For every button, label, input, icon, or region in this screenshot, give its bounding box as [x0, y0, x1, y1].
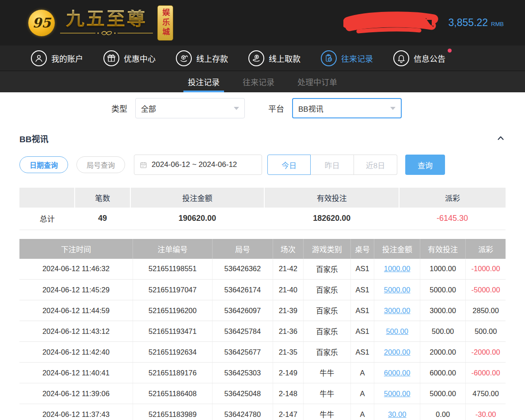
summary-header-row: 笔数 投注金额 有效投注 派彩	[19, 188, 506, 208]
nav-item-my-account[interactable]: 我的账户	[31, 50, 83, 66]
yesterday-button[interactable]: 昨日	[311, 155, 354, 175]
records-icon	[321, 50, 337, 66]
platform-select[interactable]: BB视讯	[292, 98, 402, 118]
round-id: 536426097	[213, 300, 273, 321]
bet-time: 2024-06-12 11:46:32	[19, 259, 133, 280]
col-game-type: 游戏类别	[303, 239, 350, 259]
nav-item-withdraw[interactable]: 线上取款	[248, 50, 301, 66]
summary-header-bet: 投注金额	[130, 188, 265, 208]
bet-amount-link[interactable]: 1000.00	[384, 265, 411, 272]
bet-time: 2024-06-12 11:42:40	[19, 342, 133, 363]
round-id: 536425677	[213, 342, 273, 363]
bet-time: 2024-06-12 11:40:41	[19, 363, 133, 383]
summary-total-row: 总计 49 190620.00 182620.00 -6145.30	[19, 208, 506, 230]
table-row: 2024-06-12 11:37:43 521651183989 5364247…	[19, 404, 506, 420]
bet-amount-cell: 2000.00	[374, 342, 420, 363]
last-8-days-button[interactable]: 近8日	[354, 155, 397, 175]
valid-bet: 3000.00	[420, 300, 465, 321]
date-range-input[interactable]: 2024-06-12 ~ 2024-06-12	[134, 155, 262, 175]
game-type: 牛牛	[303, 363, 350, 383]
round-query-button[interactable]: 局号查询	[76, 156, 125, 173]
nav-item-deposit[interactable]: 线上存款	[176, 50, 228, 66]
bet-amount-link[interactable]: 3000.00	[384, 306, 411, 314]
summary-header-payout: 派彩	[399, 188, 506, 208]
table-row: 2024-06-12 11:40:41 521651189176 5364253…	[19, 363, 506, 383]
chevron-down-icon	[390, 107, 396, 110]
search-button[interactable]: 查询	[405, 155, 445, 175]
game-type: 百家乐	[303, 342, 350, 363]
bet-amount-cell: 3000.00	[374, 300, 420, 321]
order-id: 521651189176	[133, 363, 212, 383]
payout: -1000.00	[466, 259, 506, 280]
payout: 4750.00	[466, 383, 506, 404]
valid-bet: 2000.00	[420, 342, 465, 363]
date-range-value: 2024-06-12 ~ 2024-06-12	[152, 160, 237, 169]
tab-bet-records[interactable]: 投注记录	[186, 71, 221, 92]
bet-time: 2024-06-12 11:45:29	[19, 280, 133, 300]
bet-amount-link[interactable]: 5000.00	[384, 390, 411, 397]
valid-bet: 500.00	[420, 321, 465, 342]
round-id: 536425048	[213, 383, 273, 404]
bet-amount-link[interactable]: 6000.00	[384, 369, 411, 377]
order-id: 521651198551	[133, 259, 212, 280]
bet-amount-link[interactable]: 30.00	[388, 410, 406, 418]
bet-time: 2024-06-12 11:39:06	[19, 383, 133, 404]
bet-amount-cell: 500.00	[374, 321, 420, 342]
col-payout: 派彩	[466, 239, 506, 259]
balance-currency: RMB	[491, 18, 504, 27]
order-id: 521651196200	[133, 300, 212, 321]
bet-amount-link[interactable]: 5000.00	[384, 286, 411, 294]
nav-item-records[interactable]: 往来记录	[321, 50, 373, 66]
order-id: 521651197047	[133, 280, 212, 300]
summary-bet-amount: 190620.00	[130, 208, 265, 230]
session: 21-40	[273, 280, 303, 300]
order-id: 521651193471	[133, 321, 212, 342]
type-filter-label: 类型	[111, 102, 127, 114]
calendar-icon	[140, 161, 147, 169]
summary-header-valid: 有效投注	[264, 188, 399, 208]
today-button[interactable]: 今日	[267, 155, 311, 175]
session: 21-35	[273, 342, 303, 363]
collapse-section-button[interactable]	[496, 133, 506, 143]
tab-pending-orders[interactable]: 处理中订单	[296, 71, 339, 92]
col-order-id: 注单编号	[133, 239, 212, 259]
game-type: 牛牛	[303, 383, 350, 404]
session: 2-147	[273, 404, 303, 420]
table-no: AS1	[350, 342, 374, 363]
order-id: 521651192634	[133, 342, 212, 363]
round-id: 536425303	[213, 363, 273, 383]
payout: -6000.00	[466, 363, 506, 383]
platform-section-title: BB视讯	[19, 132, 48, 144]
session: 21-42	[273, 259, 303, 280]
brand-logo[interactable]: 95 九五至尊 娱乐城	[28, 5, 173, 41]
col-round-id: 局号	[213, 239, 273, 259]
table-row: 2024-06-12 11:42:40 521651192634 5364256…	[19, 342, 506, 363]
withdraw-icon	[248, 50, 264, 66]
bet-amount-link[interactable]: 2000.00	[384, 348, 411, 356]
bet-amount-cell: 5000.00	[374, 383, 420, 404]
game-type: 百家乐	[303, 321, 350, 342]
nav-label: 往来记录	[341, 53, 373, 64]
bet-amount-link[interactable]: 500.00	[386, 327, 408, 335]
table-no: AS1	[350, 321, 374, 342]
valid-bet: 5000.00	[420, 280, 465, 300]
nav-label: 优惠中心	[124, 53, 156, 64]
bell-icon	[393, 50, 409, 66]
top-header: 95 九五至尊 娱乐城 3,855.22 RMB	[0, 0, 525, 45]
col-valid-bet: 有效投注	[420, 239, 465, 259]
table-header-row: 下注时间 注单编号 局号 场次 游戏类别 桌号 投注金额 有效投注 派彩	[19, 239, 506, 259]
nav-label: 信息公告	[414, 53, 445, 64]
order-id: 521651186408	[133, 383, 212, 404]
date-query-button[interactable]: 日期查询	[19, 156, 68, 173]
type-select[interactable]: 全部	[135, 98, 245, 118]
balance-amount: 3,855.22	[449, 17, 488, 29]
table-row: 2024-06-12 11:45:29 521651197047 5364261…	[19, 280, 506, 300]
session: 2-148	[273, 383, 303, 404]
table-no: A	[350, 363, 374, 383]
valid-bet: 5000.00	[420, 383, 465, 404]
type-select-value: 全部	[141, 103, 234, 114]
nav-item-announcements[interactable]: 信息公告	[393, 50, 445, 66]
nav-item-promotions[interactable]: 优惠中心	[103, 50, 156, 66]
table-row: 2024-06-12 11:46:32 521651198551 5364263…	[19, 259, 506, 280]
tab-transaction-records[interactable]: 往来记录	[241, 71, 276, 92]
